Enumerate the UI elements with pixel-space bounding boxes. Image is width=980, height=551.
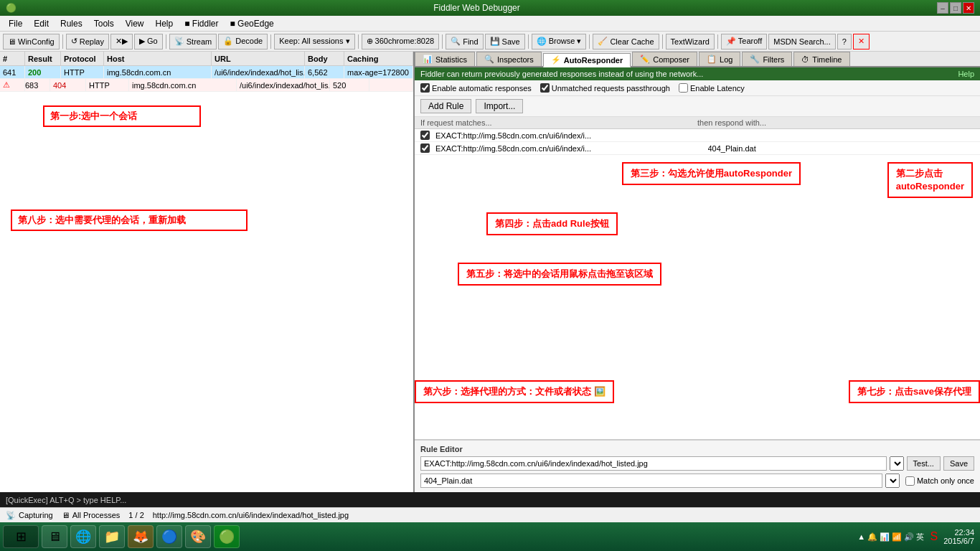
add-rule-button[interactable]: Add Rule	[420, 99, 471, 113]
enable-auto-checkbox[interactable]	[420, 83, 430, 93]
rule-editor-response-input[interactable]	[420, 474, 882, 488]
taskbar-app-7[interactable]: 🟢	[214, 525, 240, 548]
tab-statistics[interactable]: 📊 Statistics	[415, 52, 475, 66]
help-button[interactable]: ?	[837, 34, 852, 50]
tab-timeline[interactable]: ⏱ Timeline	[793, 52, 849, 66]
session-row[interactable]: ⚠ 683 404 HTTP img.58cdn.com.cn /ui6/ind…	[0, 79, 413, 92]
test-button[interactable]: Test...	[907, 456, 941, 471]
taskbar-app-6[interactable]: 🎨	[185, 525, 211, 548]
menu-edit[interactable]: Edit	[28, 17, 55, 30]
latency-label[interactable]: Enable Latency	[679, 83, 745, 93]
col-header-result: Result	[25, 52, 61, 65]
rule-col-request: If request matches...	[420, 118, 697, 127]
start-button[interactable]: ⊞	[3, 525, 39, 548]
rule-editor-url-input[interactable]	[420, 456, 887, 471]
rule-row-2-url: EXACT:http://img.58cdn.com.cn/ui6/index/…	[435, 144, 702, 153]
save-button[interactable]: 💾 Save	[485, 34, 525, 50]
tab-filters[interactable]: 🔧 Filters	[742, 52, 792, 66]
menu-tools[interactable]: Tools	[88, 17, 120, 30]
rule-row-2-checkbox[interactable]	[420, 143, 430, 153]
right-pane: 📊 Statistics 🔍 Inspectors ⚡ AutoResponde…	[415, 52, 980, 492]
tab-autoresponder[interactable]: ⚡ AutoResponder	[543, 53, 631, 67]
taskbar-app-2[interactable]: 🌐	[70, 525, 96, 548]
rule-editor-title: Rule Editor	[418, 443, 977, 455]
current-url: http://img.58cdn.com.cn/ui6/index/indexa…	[153, 511, 349, 519]
stream-icon: 📡	[174, 37, 184, 46]
menu-file[interactable]: File	[3, 17, 28, 30]
textwizard-button[interactable]: TextWizard	[666, 34, 715, 50]
cell-host-404: img.58cdn.com.cn	[129, 79, 237, 91]
taskbar-app-5[interactable]: 🔵	[156, 525, 182, 548]
browser-port-button[interactable]: ⊕ 360chrome:8028	[362, 34, 440, 50]
toolbar-separator-6	[528, 34, 529, 49]
help-link[interactable]: Help	[958, 70, 974, 78]
tab-log[interactable]: 📋 Log	[699, 52, 740, 66]
menu-view[interactable]: View	[120, 17, 150, 30]
taskbar-app-1[interactable]: 🖥	[42, 525, 67, 548]
unmatched-label[interactable]: Unmatched requests passthrough	[540, 83, 670, 93]
import-button[interactable]: Import...	[476, 99, 523, 113]
process-filter[interactable]: 🖥 All Processes	[62, 511, 121, 519]
quickexec-prompt[interactable]: [QuickExec] ALT+Q > type HELP...	[6, 496, 974, 504]
cell-body: 6,562	[305, 66, 344, 78]
annotation-step5: 第五步：将选中的会话用鼠标点击拖至该区域	[458, 263, 661, 286]
match-once-label[interactable]: Match only once	[905, 476, 974, 486]
tab-composer[interactable]: ✏️ Composer	[632, 52, 697, 66]
col-header-body: Body	[305, 52, 344, 65]
msdn-search-button[interactable]: MSDN Search...	[768, 34, 835, 50]
left-pane: # Result Protocol Host URL Body Caching …	[0, 52, 415, 492]
cell-body-404: 520	[330, 79, 369, 91]
rule-table-header: If request matches... then respond with.…	[415, 117, 980, 129]
decode-button[interactable]: 🔓 Decode	[218, 34, 268, 50]
title-bar: 🟢 Fiddler Web Debugger – □ ✕	[0, 0, 980, 16]
menu-help[interactable]: Help	[150, 17, 179, 30]
cell-num: 641	[0, 66, 25, 78]
info-bar: Fiddler can return previously generated …	[415, 67, 980, 80]
unmatched-checkbox[interactable]	[540, 83, 550, 93]
tab-inspectors[interactable]: 🔍 Inspectors	[476, 52, 542, 66]
drop-zone: 第二步点击autoResponder 第三步：勾选允许使用autoRespond…	[415, 155, 980, 439]
session-row[interactable]: 641 200 HTTP img.58cdn.com.cn /ui6/index…	[0, 66, 413, 79]
annotation-step8: 第八步：选中需要代理的会话，重新加载	[11, 209, 248, 231]
browse-button[interactable]: 🌐 Browse ▾	[532, 34, 587, 50]
clear-cache-button[interactable]: 🧹 Clear Cache	[593, 34, 659, 50]
session-table-header: # Result Protocol Host URL Body Caching	[0, 52, 413, 66]
editor-save-button[interactable]: Save	[943, 456, 974, 471]
menu-rules[interactable]: Rules	[55, 17, 88, 30]
keep-sessions-button[interactable]: Keep: All sessions ▾	[274, 34, 354, 50]
minimize-button[interactable]: –	[937, 2, 948, 14]
annotation-step3: 第三步：勾选允许使用autoResponder	[622, 162, 801, 185]
match-once-checkbox[interactable]	[905, 476, 915, 486]
go-button[interactable]: ▶ Go	[134, 34, 163, 50]
tearoff-button[interactable]: 📌 Tearoff	[721, 34, 767, 50]
inspectors-icon: 🔍	[484, 55, 494, 64]
taskbar-app-4[interactable]: 🦊	[128, 525, 154, 548]
enable-auto-label[interactable]: Enable automatic responses	[420, 83, 532, 93]
latency-checkbox[interactable]	[679, 83, 688, 93]
browse-icon: 🌐	[537, 37, 547, 46]
rule-editor-response-dropdown[interactable]: ▾	[885, 474, 900, 488]
capture-status: 📡 Capturing	[6, 511, 53, 520]
close-toolbar-button[interactable]: ✕	[853, 34, 870, 50]
cell-caching-404	[369, 79, 413, 91]
main-wrapper: # Result Protocol Host URL Body Caching …	[0, 52, 980, 522]
menu-fiddler[interactable]: ■ Fiddler	[179, 17, 224, 30]
rule-editor-url-dropdown[interactable]: ▾	[890, 456, 904, 471]
find-button[interactable]: 🔍 Find	[446, 34, 483, 50]
replay-button[interactable]: ↺ Replay	[66, 34, 109, 50]
cell-url: /ui6/index/indexad/hot_lis...	[212, 66, 305, 78]
winconfig-button[interactable]: 🖥 WinConfig	[3, 34, 60, 50]
stream-button[interactable]: 📡 Stream	[169, 34, 217, 50]
session-count: 1 / 2	[128, 511, 143, 519]
close-button[interactable]: ✕	[963, 2, 974, 14]
tabs-row: 📊 Statistics 🔍 Inspectors ⚡ AutoResponde…	[415, 52, 980, 67]
rule-row-1-checkbox[interactable]	[420, 131, 430, 140]
menu-geoedge[interactable]: ■ GeoEdge	[224, 17, 279, 30]
taskbar-app-3[interactable]: 📁	[99, 525, 125, 548]
rule-row-1[interactable]: EXACT:http://img.58cdn.com.cn/ui6/index/…	[415, 129, 980, 142]
rule-row-2[interactable]: EXACT:http://img.58cdn.com.cn/ui6/index/…	[415, 142, 980, 155]
restore-button[interactable]: □	[950, 2, 961, 14]
remove-button[interactable]: ✕▶	[110, 34, 133, 50]
search-icon: 🔍	[451, 37, 461, 46]
taskbar-clock: 22:34 2015/6/7	[943, 528, 974, 545]
